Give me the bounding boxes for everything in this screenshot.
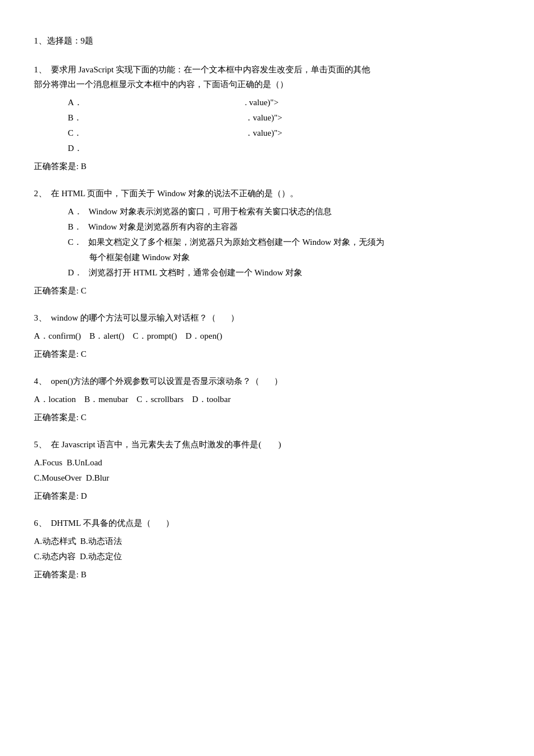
answer-label-2: 正确答案是: bbox=[34, 286, 81, 295]
answer-5: 正确答案是: D bbox=[34, 489, 500, 504]
answer-value-2: C bbox=[81, 286, 86, 295]
answer-value-1: B bbox=[81, 162, 86, 171]
question-4: 4、 open()方法的哪个外观参数可以设置是否显示滚动条？（ ） A．loca… bbox=[34, 374, 500, 425]
answer-label-1: 正确答案是: bbox=[34, 162, 81, 171]
question-2-text: 2、 在 HTML 页面中，下面关于 Window 对象的说法不正确的是（）。 bbox=[34, 187, 500, 201]
answer-label-4: 正确答案是: bbox=[34, 413, 81, 422]
option-2-d: D． 浏览器打开 HTML 文档时，通常会创建一个 Window 对象 bbox=[68, 265, 500, 280]
question-2-options: A． Window 对象表示浏览器的窗口，可用于检索有关窗口状态的信息 B． W… bbox=[34, 204, 500, 280]
answer-label-3: 正确答案是: bbox=[34, 349, 81, 358]
answer-value-3: C bbox=[81, 349, 86, 358]
option-2-c: C． 如果文档定义了多个框架，浏览器只为原始文档创建一个 Window 对象，无… bbox=[68, 235, 500, 265]
question-3-text: 3、 window 的哪个方法可以显示输入对话框？（ ） bbox=[34, 311, 500, 326]
option-label: C． bbox=[68, 128, 82, 137]
question-1-text: 1、 要求用 JavaScript 实现下面的功能：在一个文本框中内容发生改变后… bbox=[34, 63, 500, 92]
answer-1: 正确答案是: B bbox=[34, 159, 500, 174]
question-3-options: A．confirm() B．alert() C．prompt() D．open(… bbox=[34, 329, 500, 344]
question-6: 6、 DHTML 不具备的优点是（ ） A.动态样式 B.动态语法 C.动态内容… bbox=[34, 516, 500, 582]
answer-6: 正确答案是: B bbox=[34, 568, 500, 582]
answer-label-6: 正确答案是: bbox=[34, 570, 81, 579]
option-text: . value)"> bbox=[245, 98, 279, 107]
option-text: ．value)"> bbox=[245, 128, 283, 137]
question-6-options-row2: C.动态内容 D.动态定位 bbox=[34, 549, 500, 564]
answer-value-5: D bbox=[81, 491, 87, 500]
question-5-options-row1: A.Focus B.UnLoad bbox=[34, 455, 500, 470]
option-1-b: B． ．value)"> bbox=[68, 110, 500, 126]
option-1-d: D． bbox=[68, 141, 500, 156]
answer-value-6: B bbox=[81, 570, 86, 579]
option-1-a: A． . value)"> bbox=[68, 95, 500, 110]
answer-3: 正确答案是: C bbox=[34, 347, 500, 362]
answer-label-5: 正确答案是: bbox=[34, 491, 81, 500]
answer-2: 正确答案是: C bbox=[34, 284, 500, 299]
question-1: 1、 要求用 JavaScript 实现下面的功能：在一个文本框中内容发生改变后… bbox=[34, 63, 500, 174]
option-2-b: B． Window 对象是浏览器所有内容的主容器 bbox=[68, 219, 500, 235]
question-4-text: 4、 open()方法的哪个外观参数可以设置是否显示滚动条？（ ） bbox=[34, 374, 500, 389]
question-2: 2、 在 HTML 页面中，下面关于 Window 对象的说法不正确的是（）。 … bbox=[34, 187, 500, 299]
question-5: 5、 在 Javascript 语言中，当元素失去了焦点时激发的事件是( ) A… bbox=[34, 438, 500, 504]
question-6-text: 6、 DHTML 不具备的优点是（ ） bbox=[34, 516, 500, 531]
question-5-options-row2: C.MouseOver D.Blur bbox=[34, 470, 500, 486]
question-1-options: A． . value)"> B． ．value)"> C． ．value)"> … bbox=[34, 95, 500, 156]
answer-value-4: C bbox=[81, 413, 86, 422]
option-label: D． bbox=[68, 144, 83, 153]
option-1-c: C． ．value)"> bbox=[68, 126, 500, 141]
option-text: ．value)"> bbox=[245, 113, 283, 122]
section-header: 1、选择题：9题 bbox=[34, 34, 500, 49]
option-label: A． bbox=[68, 98, 83, 107]
question-4-options: A．location B．menubar C．scrollbars D．tool… bbox=[34, 392, 500, 407]
option-label: B． bbox=[68, 113, 82, 122]
question-6-options-row1: A.动态样式 B.动态语法 bbox=[34, 534, 500, 549]
question-3: 3、 window 的哪个方法可以显示输入对话框？（ ） A．confirm()… bbox=[34, 311, 500, 362]
question-5-text: 5、 在 Javascript 语言中，当元素失去了焦点时激发的事件是( ) bbox=[34, 438, 500, 452]
option-2-a: A． Window 对象表示浏览器的窗口，可用于检索有关窗口状态的信息 bbox=[68, 204, 500, 219]
answer-4: 正确答案是: C bbox=[34, 411, 500, 425]
section-label: 1、选择题：9题 bbox=[34, 34, 500, 49]
